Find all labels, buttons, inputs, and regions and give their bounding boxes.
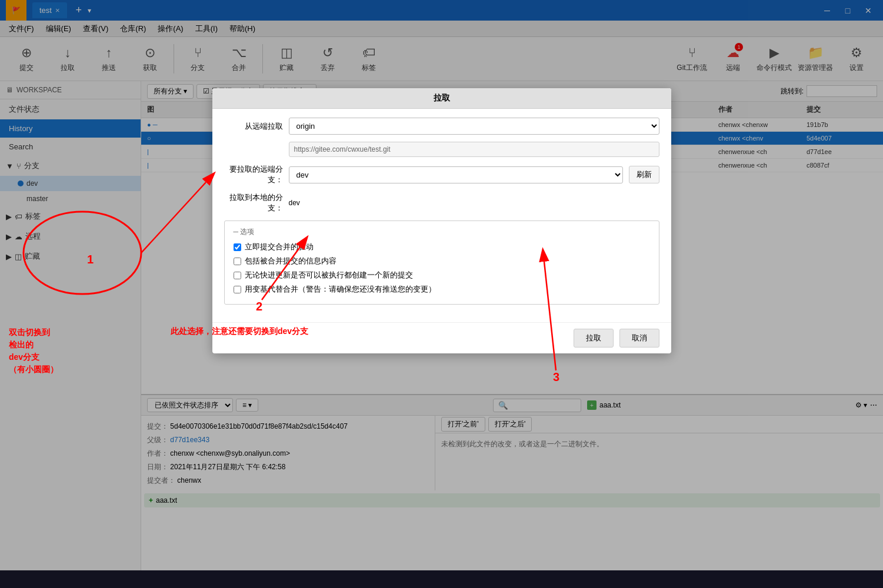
pull-dialog: 拉取 从远端拉取 origin https://gitee.com/cwxue/… <box>212 88 671 353</box>
dialog-overlay: 拉取 从远端拉取 origin https://gitee.com/cwxue/… <box>0 0 883 588</box>
option-label-2: 包括被合并提交的信息内容 <box>245 256 336 266</box>
dialog-title: 拉取 <box>212 88 671 109</box>
remote-branch-row: 要拉取的远端分支： dev 刷新 <box>224 164 659 185</box>
local-branch-value: dev <box>289 199 300 207</box>
option-label-4: 用变基代替合并（警告：请确保您还没有推送您的变更） <box>245 284 436 295</box>
option-label-3: 无论快进更新是否可以被执行都创建一个新的提交 <box>245 270 413 280</box>
options-title: ─ 选项 <box>234 227 650 237</box>
dialog-footer: 拉取 取消 <box>212 322 671 353</box>
options-section: ─ 选项 立即提交合并的驱动 包括被合并提交的信息内容 无论快进更新是否可以被执… <box>224 220 659 305</box>
option-row-2: 包括被合并提交的信息内容 <box>234 256 650 266</box>
dialog-body: 从远端拉取 origin https://gitee.com/cwxue/tes… <box>212 109 671 322</box>
option-checkbox-3[interactable] <box>234 272 241 279</box>
option-checkbox-4[interactable] <box>234 286 241 293</box>
remote-url: https://gitee.com/cwxue/test.git <box>289 142 659 157</box>
from-remote-select[interactable]: origin <box>289 118 659 135</box>
refresh-button[interactable]: 刷新 <box>629 166 659 183</box>
cancel-button[interactable]: 取消 <box>619 329 659 348</box>
option-row-4: 用变基代替合并（警告：请确保您还没有推送您的变更） <box>234 284 650 295</box>
option-checkbox-1[interactable] <box>234 243 241 251</box>
remote-branch-select[interactable]: dev <box>289 166 623 183</box>
option-checkbox-2[interactable] <box>234 258 241 265</box>
remote-branch-label: 要拉取的远端分支： <box>224 164 283 185</box>
option-label-1: 立即提交合并的驱动 <box>245 242 314 252</box>
from-remote-label: 从远端拉取 <box>224 121 283 132</box>
url-row: https://gitee.com/cwxue/test.git <box>224 142 659 157</box>
local-branch-label: 拉取到本地的分支： <box>224 192 283 213</box>
option-row-3: 无论快进更新是否可以被执行都创建一个新的提交 <box>234 270 650 280</box>
option-row-1: 立即提交合并的驱动 <box>234 242 650 252</box>
from-remote-row: 从远端拉取 origin <box>224 118 659 135</box>
local-branch-row: 拉取到本地的分支： dev <box>224 192 659 213</box>
pull-confirm-button[interactable]: 拉取 <box>574 329 614 348</box>
